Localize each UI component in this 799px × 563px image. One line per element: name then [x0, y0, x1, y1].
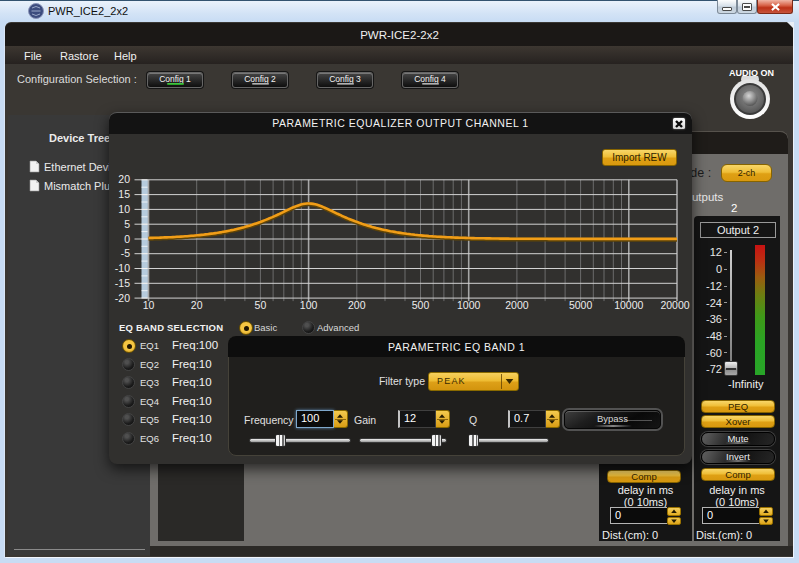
- svg-text:10: 10: [118, 203, 130, 215]
- svg-text:10: 10: [143, 299, 155, 311]
- svg-text:10000: 10000: [614, 299, 643, 311]
- svg-text:0: 0: [124, 233, 130, 245]
- svg-text:-5: -5: [121, 247, 130, 259]
- svg-text:5000: 5000: [569, 299, 593, 311]
- svg-text:-10: -10: [115, 262, 130, 274]
- svg-text:20000: 20000: [660, 299, 689, 311]
- svg-text:20: 20: [118, 173, 130, 185]
- svg-text:500: 500: [412, 299, 430, 311]
- svg-text:20: 20: [191, 299, 203, 311]
- svg-text:100: 100: [300, 299, 318, 311]
- svg-text:200: 200: [348, 299, 366, 311]
- svg-text:1000: 1000: [457, 299, 481, 311]
- svg-text:5: 5: [124, 218, 130, 230]
- svg-text:-20: -20: [115, 292, 130, 304]
- svg-text:-15: -15: [115, 277, 130, 289]
- svg-text:50: 50: [255, 299, 267, 311]
- svg-text:15: 15: [118, 188, 130, 200]
- svg-text:2000: 2000: [505, 299, 529, 311]
